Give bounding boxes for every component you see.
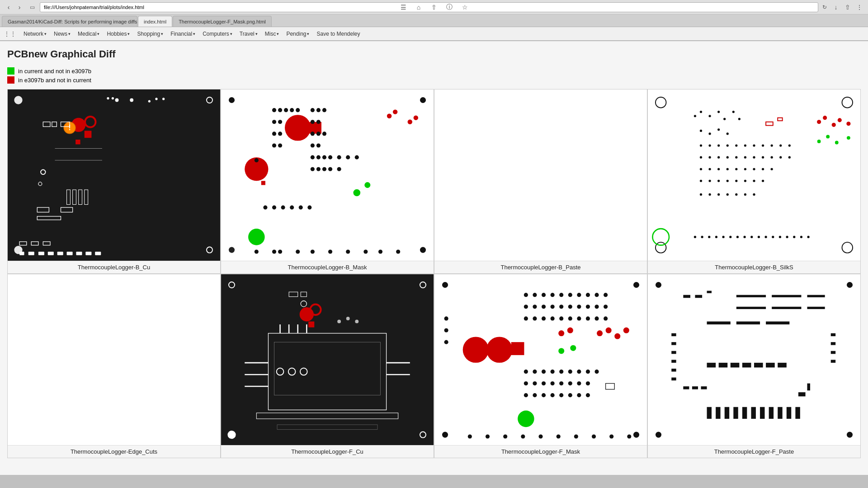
- svg-point-181: [735, 193, 737, 196]
- pcb-image-edgecuts[interactable]: [8, 274, 220, 446]
- svg-point-315: [586, 393, 590, 397]
- svg-rect-326: [707, 291, 712, 293]
- svg-point-138: [700, 144, 702, 146]
- svg-point-278: [594, 316, 599, 320]
- menu-shopping[interactable]: Shopping ▾: [133, 29, 167, 38]
- svg-point-84: [328, 155, 332, 160]
- svg-point-85: [337, 155, 341, 160]
- svg-point-296: [574, 434, 578, 438]
- tab-2[interactable]: index.html: [138, 16, 172, 27]
- svg-point-249: [518, 410, 534, 427]
- browser-action-icons: ☰ ⌂ ⇧ ⓘ ☆: [397, 2, 471, 12]
- svg-rect-346: [707, 407, 712, 418]
- svg-point-119: [717, 111, 720, 113]
- svg-point-42: [155, 98, 157, 100]
- svg-rect-240: [511, 342, 524, 355]
- svg-point-185: [701, 236, 703, 238]
- menu-pending[interactable]: Pending ▾: [283, 29, 313, 38]
- pcb-image-bcu[interactable]: !: [8, 89, 220, 261]
- svg-point-125: [817, 120, 821, 124]
- tab-3[interactable]: ThermocoupleLogger-F_Mask.png.html: [173, 16, 272, 27]
- menu-misc[interactable]: Misc ▾: [261, 29, 283, 38]
- svg-point-104: [263, 206, 267, 210]
- svg-point-255: [568, 293, 572, 297]
- pcb-image-bsilks[interactable]: [648, 89, 860, 261]
- svg-point-177: [700, 193, 702, 196]
- svg-point-229: [337, 319, 341, 323]
- reader-icon[interactable]: ☰: [397, 2, 410, 12]
- svg-point-157: [771, 156, 773, 159]
- svg-point-128: [838, 118, 842, 122]
- page-content: PCBnew Graphical Diff in current and not…: [0, 41, 868, 475]
- back-button[interactable]: ‹: [4, 2, 14, 12]
- legend: in current and not in e3097b in e3097b a…: [7, 67, 861, 84]
- upload-button[interactable]: ⇧: [843, 2, 853, 12]
- svg-point-132: [835, 141, 839, 145]
- info-icon[interactable]: ⓘ: [443, 2, 456, 12]
- svg-point-78: [311, 143, 315, 147]
- pcb-image-fcu[interactable]: [221, 274, 434, 446]
- svg-rect-349: [733, 407, 738, 418]
- pcb-image-fpaste[interactable]: [648, 274, 860, 446]
- svg-point-277: [586, 316, 590, 320]
- refresh-button[interactable]: ↻: [820, 3, 829, 12]
- legend-item-green: in current and not in e3097b: [7, 67, 861, 75]
- bookmark-icon[interactable]: ☆: [458, 2, 471, 12]
- menu-hobbies[interactable]: Hobbies ▾: [103, 29, 133, 38]
- grid-icon[interactable]: ⋮⋮: [4, 30, 16, 38]
- svg-point-196: [779, 236, 781, 238]
- menu-medical[interactable]: Medical ▾: [74, 29, 103, 38]
- image-cell-bsilks: ThermocoupleLogger-B_SilkS: [647, 89, 861, 274]
- svg-point-166: [753, 168, 755, 170]
- svg-point-89: [316, 167, 321, 171]
- pcb-image-fmask[interactable]: [434, 274, 647, 446]
- svg-point-41: [148, 100, 151, 102]
- menu-financial[interactable]: Financial ▾: [167, 29, 199, 38]
- menu-computers[interactable]: Computers ▾: [199, 29, 236, 38]
- svg-point-303: [551, 381, 555, 385]
- download-button[interactable]: ↓: [831, 2, 841, 12]
- svg-point-323: [847, 432, 853, 437]
- svg-point-292: [503, 434, 507, 438]
- menu-travel[interactable]: Travel ▾: [236, 29, 261, 38]
- svg-point-56: [393, 109, 397, 114]
- home-icon[interactable]: ⌂: [412, 2, 425, 12]
- svg-point-262: [542, 305, 546, 309]
- chevron-down-icon: ▾: [193, 32, 195, 36]
- pcb-image-bmask[interactable]: [221, 89, 434, 261]
- svg-point-149: [700, 156, 702, 159]
- svg-point-169: [700, 180, 702, 182]
- svg-point-258: [594, 293, 599, 297]
- svg-point-190: [736, 236, 739, 238]
- svg-rect-361: [754, 362, 763, 367]
- layout-button[interactable]: ▭: [27, 2, 37, 12]
- svg-point-260: [524, 305, 528, 309]
- menu-mendeley[interactable]: Save to Mendeley: [313, 29, 363, 38]
- svg-point-321: [847, 282, 853, 288]
- forward-button[interactable]: ›: [14, 2, 24, 12]
- more-button[interactable]: ⋮: [854, 2, 864, 12]
- svg-point-176: [762, 180, 764, 182]
- svg-point-154: [744, 156, 746, 159]
- svg-point-91: [328, 167, 332, 171]
- menu-news[interactable]: News ▾: [50, 29, 74, 38]
- share-icon[interactable]: ⇧: [428, 2, 440, 12]
- svg-point-126: [823, 116, 827, 120]
- svg-point-53: [364, 182, 370, 188]
- svg-rect-365: [692, 386, 698, 389]
- svg-point-130: [817, 140, 821, 143]
- tab-1[interactable]: Gasman2014/KiCad-Diff: Scripts for perfo…: [2, 16, 137, 27]
- svg-point-310: [542, 393, 546, 397]
- svg-point-245: [614, 333, 620, 339]
- svg-point-285: [568, 369, 572, 373]
- svg-point-253: [551, 293, 555, 297]
- svg-point-180: [726, 193, 729, 196]
- image-cell-fmask: ThermocoupleLogger-F_Mask: [434, 274, 647, 459]
- svg-point-96: [296, 249, 300, 253]
- svg-point-173: [735, 180, 737, 182]
- chevron-down-icon: ▾: [161, 32, 163, 36]
- svg-rect-356: [795, 407, 800, 418]
- menu-network[interactable]: Network ▾: [20, 29, 50, 38]
- pcb-image-bpaste[interactable]: [434, 89, 647, 261]
- svg-point-287: [586, 369, 590, 373]
